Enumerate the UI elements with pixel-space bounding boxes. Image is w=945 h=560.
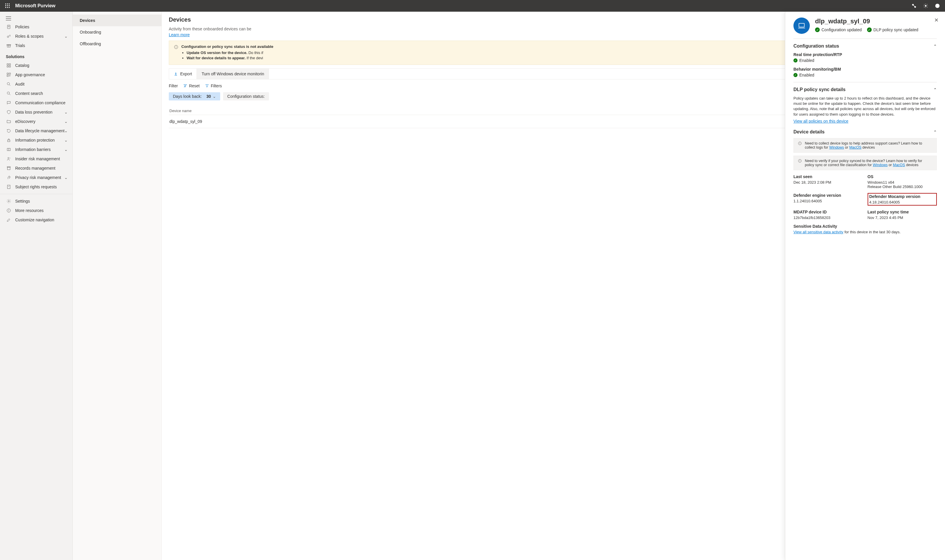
collapse-sidebar-icon[interactable] [0, 14, 72, 22]
nav-label: Settings [15, 199, 30, 203]
chevron-down-icon: ⌄ [212, 94, 216, 99]
nav-insider-risk[interactable]: Insider risk management [0, 154, 72, 163]
close-icon[interactable]: ✕ [934, 17, 939, 23]
reset-filter-button[interactable]: Reset [183, 83, 200, 88]
subnav-onboarding[interactable]: Onboarding [73, 26, 162, 38]
nav-more-resources[interactable]: More resources [0, 206, 72, 215]
lifecycle-icon [6, 128, 12, 133]
chevron-up-icon: ⌄ [933, 44, 937, 48]
policies-icon [6, 25, 12, 29]
nav-customize[interactable]: Customize navigation [0, 215, 72, 225]
last-seen-value: Dec 18, 2023 2:08 PM [793, 180, 863, 185]
macos-logs-link[interactable]: MacOS [849, 145, 862, 149]
section-device-details[interactable]: Device details ⌄ [793, 129, 937, 135]
last-sync-label: Last policy sync time [868, 210, 937, 214]
subnav-offboarding[interactable]: Offboarding [73, 38, 162, 50]
nav-label: Catalog [15, 63, 29, 68]
status-config-updated: ✓Configuration updated [815, 28, 862, 32]
svg-rect-27 [7, 73, 8, 74]
connector-icon[interactable] [910, 1, 919, 11]
nav-policies[interactable]: Policies [0, 22, 72, 32]
export-button[interactable]: Export [169, 69, 197, 79]
gear-icon[interactable] [921, 1, 930, 11]
gift-icon [6, 43, 12, 48]
section-configuration-status[interactable]: Configuration status ⌄ [793, 43, 937, 49]
subnav-devices[interactable]: Devices [73, 15, 162, 26]
nav-label: Subject rights requests [15, 185, 57, 189]
svg-rect-34 [8, 140, 10, 142]
svg-rect-7 [7, 7, 8, 8]
svg-rect-49 [799, 23, 805, 27]
svg-rect-23 [7, 64, 8, 65]
export-label: Export [180, 72, 192, 76]
svg-rect-29 [7, 75, 8, 77]
bm-value: Enabled [799, 73, 814, 77]
nav-section-solutions: Solutions [0, 50, 72, 61]
nav-app-governance[interactable]: App governance [0, 70, 72, 79]
nav-roles-scopes[interactable]: Roles & scopes ⌄ [0, 32, 72, 41]
nav-label: Communication compliance [15, 100, 65, 105]
edit-icon [6, 217, 12, 222]
nav-data-lifecycle[interactable]: Data lifecycle management⌄ [0, 126, 72, 135]
config-status-pill[interactable]: Configuration status: [223, 92, 269, 100]
nav-trials[interactable]: Trials [0, 41, 72, 50]
nav-content-search[interactable]: Content search [0, 89, 72, 98]
nav-information-barriers[interactable]: Information barriers⌄ [0, 145, 72, 154]
windows-verify-link[interactable]: Windows [873, 163, 888, 167]
nav-subject-rights[interactable]: Subject rights requests [0, 182, 72, 192]
nav-audit[interactable]: Audit [0, 79, 72, 89]
nav-label: eDiscovery [15, 119, 35, 124]
defender-engine-label: Defender engine version [793, 193, 863, 198]
nav-label: Insider risk management [15, 157, 60, 161]
learn-more-link[interactable]: Learn more [169, 32, 190, 37]
barrier-icon [6, 147, 12, 152]
toggle-monitoring-button[interactable]: Turn off Windows device monitorin [197, 69, 269, 79]
filters-button[interactable]: Filters [205, 83, 222, 88]
svg-point-11 [925, 5, 927, 7]
nav-catalog[interactable]: Catalog [0, 61, 72, 70]
svg-rect-40 [7, 185, 10, 189]
search-icon [6, 91, 12, 96]
nav-label: App governance [15, 72, 45, 77]
archive-icon [6, 166, 12, 171]
bm-label: Behavior monitoring/BM [793, 67, 937, 72]
last-seen-label: Last seen [793, 174, 863, 179]
help-icon[interactable] [933, 1, 942, 11]
info-icon [798, 159, 802, 167]
chevron-down-icon: ⌄ [64, 138, 68, 143]
info-title: Configuration or policy sync status is n… [182, 45, 273, 49]
app-launcher-icon[interactable] [3, 1, 12, 11]
nav-communication-compliance[interactable]: Communication compliance [0, 98, 72, 108]
nav-ediscovery[interactable]: eDiscovery⌄ [0, 117, 72, 126]
nav-privacy-risk[interactable]: Privacy risk management⌄ [0, 173, 72, 182]
view-policies-link[interactable]: View all policies on this device [793, 119, 937, 123]
svg-rect-3 [5, 5, 6, 6]
nav-label: Roles & scopes [15, 34, 43, 38]
nav-settings[interactable]: Settings [0, 197, 72, 206]
verify-sync-tip: Need to verify if your policy synced to … [793, 155, 937, 170]
svg-point-41 [8, 201, 9, 202]
panel-title: dlp_wdatp_syl_09 [815, 17, 919, 25]
info-icon [174, 45, 179, 61]
chevron-down-icon: ⌄ [64, 34, 68, 38]
collect-logs-tip: Need to collect device logs to help addr… [793, 138, 937, 153]
key-icon [6, 34, 12, 38]
windows-logs-link[interactable]: Windows [829, 145, 844, 149]
info-icon [6, 208, 12, 213]
svg-line-31 [9, 85, 10, 86]
days-lookback-pill[interactable]: Days look back: 30 ⌄ [169, 92, 220, 100]
macos-verify-link[interactable]: MacOS [893, 163, 905, 167]
request-icon [6, 185, 12, 189]
svg-line-33 [9, 94, 10, 95]
filter-label: Filter [169, 83, 178, 88]
sensitive-activity-link[interactable]: View all sensitive data activity [793, 230, 843, 234]
nav-label: Information protection [15, 138, 55, 143]
nav-records-management[interactable]: Records management [0, 163, 72, 173]
chevron-down-icon: ⌄ [64, 119, 68, 124]
section-dlp-sync[interactable]: DLP policy sync details ⌄ [793, 87, 937, 92]
folder-search-icon [6, 119, 12, 124]
nav-data-loss-prevention[interactable]: Data loss prevention⌄ [0, 108, 72, 117]
grid-icon [6, 63, 12, 68]
nav-label: Privacy risk management [15, 175, 61, 180]
nav-information-protection[interactable]: Information protection⌄ [0, 135, 72, 145]
